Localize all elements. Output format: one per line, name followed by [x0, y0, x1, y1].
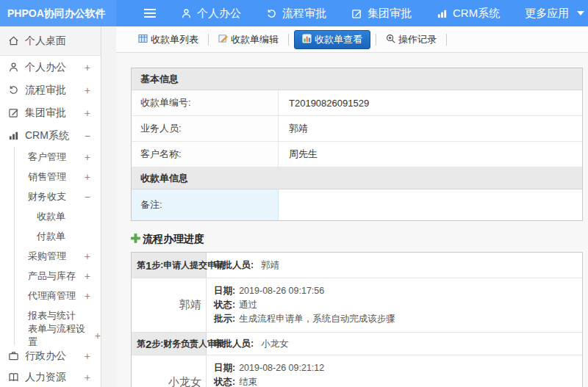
table-row: 客户名称: 周先生: [132, 142, 582, 167]
sidebar-item-group-approval[interactable]: 集团审批 +: [0, 101, 101, 124]
sidebar-item-customer-mgmt[interactable]: 客户管理 +: [15, 147, 101, 167]
topnav-group-approval[interactable]: 集团审批: [351, 7, 412, 21]
tab-receipt-view[interactable]: 收款单查看: [294, 30, 370, 49]
collapse-icon[interactable]: −: [85, 130, 90, 142]
approver-name: 小龙女: [261, 338, 289, 350]
tab-separator: [446, 34, 447, 46]
sidebar-item-label: 集团审批: [25, 106, 66, 120]
topnav-workflow-approval[interactable]: 流程审批: [266, 7, 326, 21]
sidebar-item-human-resources[interactable]: 人力资源 +: [0, 366, 101, 387]
expand-icon[interactable]: +: [95, 330, 101, 341]
sidebar-item-label: 销售管理: [28, 170, 66, 184]
detail-line-date: 日期:2019-08-26 09:21:12: [214, 361, 575, 375]
tab-operation-log[interactable]: 操作记录: [381, 30, 441, 49]
field-value-receipt-number: T20190826091529: [279, 90, 582, 115]
expand-icon[interactable]: +: [85, 270, 90, 282]
approver-cell: 审批人员: 郭靖: [207, 253, 582, 278]
tab-receipt-edit[interactable]: 收款单编辑: [214, 30, 283, 49]
tab-label: 操作记录: [398, 33, 437, 46]
field-label-receipt-number: 收款单编号:: [132, 90, 279, 115]
sidebar-item-label: 行政办公: [25, 350, 66, 363]
home-icon: [7, 35, 20, 46]
receipt-detail-table: 基本信息 收款单编号: T20190826091529 业务人员: 郭靖 客户名…: [131, 68, 583, 221]
menu-icon[interactable]: [144, 9, 156, 18]
field-value-customer-name: 周先生: [279, 142, 582, 167]
content-panel: 基本信息 收款单编号: T20190826091529 业务人员: 郭靖 客户名…: [116, 53, 588, 387]
tab-separator: [376, 34, 376, 46]
handler-name: 郭靖: [132, 278, 207, 332]
topnav-label: CRM系统: [453, 7, 500, 21]
expand-icon[interactable]: +: [85, 171, 90, 183]
approver-name: 郭靖: [261, 259, 279, 272]
sidebar-item-label: 流程审批: [25, 84, 66, 97]
sidebar-item-label: 个人桌面: [25, 35, 66, 48]
sidebar-item-label: 付款单: [37, 230, 65, 243]
section-header-basic-info: 基本信息: [132, 68, 582, 90]
bar-chart-icon: [437, 8, 448, 19]
sidebar-item-personal-desktop[interactable]: 个人桌面: [0, 26, 101, 56]
tab-separator: [288, 34, 289, 46]
tab-separator: [208, 34, 209, 46]
sidebar-item-personal-office[interactable]: 个人办公 +: [0, 56, 101, 79]
tab-receipt-list[interactable]: 收款单列表: [134, 30, 203, 49]
expand-icon[interactable]: +: [85, 62, 90, 73]
sidebar-item-form-workflow-settings[interactable]: 表单与流程设置 +: [15, 325, 101, 345]
field-label-customer-name: 客户名称:: [132, 142, 279, 167]
table-row: 业务人员: 郭靖: [132, 116, 582, 142]
step-number: 1: [146, 259, 151, 272]
sidebar-item-workflow-approval[interactable]: 流程审批 +: [0, 79, 101, 101]
expand-icon[interactable]: +: [85, 250, 90, 262]
approver-label: 审批人员:: [214, 338, 254, 350]
expand-icon[interactable]: +: [85, 107, 90, 119]
history-icon: [7, 84, 20, 95]
topnav-crm-system[interactable]: CRM系统: [437, 7, 500, 21]
detail-line-date: 日期:2019-08-26 09:17:56: [214, 284, 575, 298]
sidebar-item-label: 采购管理: [28, 250, 66, 263]
sidebar-item-agent-mgmt[interactable]: 代理商管理 +: [15, 286, 101, 305]
topnav-more-apps[interactable]: 更多应用: [525, 7, 584, 21]
sidebar-item-label: 代理商管理: [28, 289, 76, 303]
detail-line-status: 状态:结束: [214, 375, 575, 387]
sidebar-item-sales-mgmt[interactable]: 销售管理 +: [15, 167, 101, 187]
field-value-salesperson: 郭靖: [279, 116, 582, 141]
app-logo: PHPOA协同办公软件: [0, 0, 116, 26]
sidebar-item-crm-system[interactable]: CRM系统 −: [0, 124, 101, 147]
collapse-icon[interactable]: −: [85, 191, 90, 203]
sidebar-item-label: 产品与库存: [28, 270, 76, 283]
sidebar-item-label: 财务收支: [28, 190, 66, 203]
expand-icon[interactable]: +: [85, 151, 90, 163]
view-chart-icon: [302, 34, 312, 46]
sidebar-item-payment-order[interactable]: 付款单: [15, 226, 101, 246]
step-name-cell: 第1步:申请人提交申请: [132, 253, 207, 278]
tab-bar: 收款单列表 收款单编辑 收款单查看: [116, 26, 588, 53]
history-icon: [266, 8, 277, 19]
zoom-plus-icon: [386, 34, 395, 46]
expand-icon[interactable]: +: [85, 350, 90, 362]
edit-doc-icon: [218, 34, 228, 46]
field-label-salesperson: 业务人员:: [132, 116, 279, 141]
step-detail-cell: 日期:2019-08-26 09:17:56 状态:通过 批示:生成流程申请单，…: [207, 278, 582, 332]
section-title-text: 流程办理进度: [143, 233, 204, 246]
topnav-label: 集团审批: [368, 7, 412, 21]
expand-icon[interactable]: +: [85, 290, 90, 302]
sidebar-item-purchase-mgmt[interactable]: 采购管理 +: [15, 246, 101, 266]
sidebar-item-admin-office[interactable]: 行政办公 +: [0, 345, 101, 366]
expand-icon[interactable]: +: [85, 84, 90, 96]
sidebar-item-receipt-order[interactable]: 收款单: [15, 206, 101, 226]
sidebar-item-label: 收款单: [37, 210, 65, 223]
field-label-remark: 备注:: [132, 189, 279, 220]
expand-icon[interactable]: +: [85, 372, 90, 383]
bar-chart-icon: [7, 130, 20, 141]
sidebar-item-label: 报表与统计: [28, 309, 76, 322]
tab-label: 收款单编辑: [231, 33, 279, 46]
sidebar-item-finance[interactable]: 财务收支 −: [15, 187, 101, 206]
section-header-receipt-info: 收款单信息: [132, 167, 582, 189]
user-icon: [181, 8, 192, 19]
tab-label: 收款单查看: [315, 33, 362, 46]
handler-name: 小龙女: [132, 355, 207, 387]
sidebar-item-product-inventory[interactable]: 产品与库存 +: [15, 266, 101, 286]
step-detail-row: 小龙女 日期:2019-08-26 09:21:12 状态:结束 批示:通过: [132, 355, 582, 387]
table-icon: [138, 34, 148, 46]
topnav-personal-office[interactable]: 个人办公: [181, 7, 241, 21]
top-bar: PHPOA协同办公软件 个人办公 流程审批 集团审批: [0, 0, 588, 26]
